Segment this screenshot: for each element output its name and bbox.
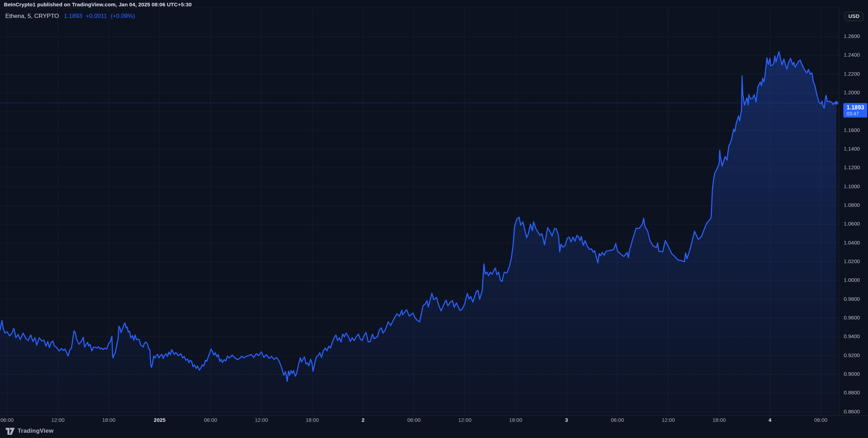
time-axis-label: 18:00 [509, 417, 522, 423]
price-axis-label: 0.9600 [844, 315, 860, 321]
footer-bar: TradingView [0, 424, 868, 438]
bar-countdown: 03:47 [847, 111, 867, 116]
time-axis-label-day: 3 [565, 417, 568, 423]
time-axis-label: 06:00 [814, 417, 828, 423]
time-axis-label: 12:00 [458, 417, 472, 423]
time-axis-label: 18:00 [102, 417, 115, 423]
time-axis-label-day: 4 [768, 417, 771, 423]
price-axis-label: 1.1600 [844, 127, 860, 133]
price-axis-label: 0.9200 [844, 352, 860, 358]
time-axis-label: 18:00 [306, 417, 319, 423]
price-axis-label: 1.0400 [844, 240, 860, 246]
price-axis-label: 1.1400 [844, 146, 860, 152]
price-axis-label: 1.2200 [844, 71, 860, 77]
price-axis-label: 0.8600 [844, 408, 860, 415]
symbol-last-price: 1.1893 [64, 13, 82, 19]
tradingview-snapshot: BeInCrypto1 published on TradingView.com… [0, 0, 868, 438]
price-axis-label: 1.2400 [844, 52, 860, 58]
time-axis-label-day: 2025 [154, 417, 165, 423]
price-axis-label: 1.0200 [844, 258, 860, 265]
time-axis[interactable]: 06:0012:0018:00202506:0012:0018:00206:00… [0, 415, 868, 424]
attribution-text: BeInCrypto1 published on TradingView.com… [4, 1, 191, 7]
tradingview-brand-text[interactable]: TradingView [18, 427, 54, 434]
current-price-value: 1.1893 [847, 104, 867, 111]
symbol-title[interactable]: Ethena, 5, CRYPTO [5, 13, 59, 19]
price-axis-label: 0.9800 [844, 296, 860, 302]
price-axis-label: 0.8800 [844, 389, 860, 396]
time-axis-label: 06:00 [611, 417, 624, 423]
time-axis-label: 06:00 [204, 417, 217, 423]
time-axis-label: 06:00 [407, 417, 421, 423]
time-axis-label: 06:00 [0, 417, 14, 423]
time-axis-label: 12:00 [255, 417, 268, 423]
current-price-badge: 1.1893 03:47 [843, 103, 867, 118]
last-point-marker [835, 101, 838, 105]
currency-toggle-button[interactable]: USD [844, 12, 863, 21]
price-axis-label: 0.9000 [844, 371, 860, 377]
area-fill [0, 52, 836, 415]
price-axis-label: 1.1000 [844, 183, 860, 190]
symbol-change-percent: (+0.09%) [111, 13, 135, 19]
time-axis-label: 12:00 [51, 417, 65, 423]
symbol-legend[interactable]: Ethena, 5, CRYPTO1.1893+0.0011(+0.09%) [5, 13, 135, 20]
price-axis-label: 0.9400 [844, 333, 860, 339]
symbol-change: +0.0011 [86, 13, 107, 19]
chart-pane[interactable]: Ethena, 5, CRYPTO1.1893+0.0011(+0.09%) [0, 8, 839, 415]
price-axis-label: 1.0000 [844, 277, 860, 283]
price-axis-label: 1.1200 [844, 164, 860, 171]
price-axis-label: 1.0600 [844, 221, 860, 227]
price-chart [0, 8, 839, 415]
price-axis-label: 1.0800 [844, 202, 860, 208]
price-axis[interactable]: USD 1.26001.24001.22001.20001.18001.1600… [839, 8, 868, 415]
price-axis-label: 1.2000 [844, 89, 860, 96]
time-axis-label: 12:00 [662, 417, 675, 423]
price-axis-label: 1.2600 [844, 33, 860, 39]
tradingview-logo-icon[interactable] [6, 428, 15, 435]
time-axis-label-day: 2 [361, 417, 364, 423]
time-axis-label: 18:00 [712, 417, 726, 423]
